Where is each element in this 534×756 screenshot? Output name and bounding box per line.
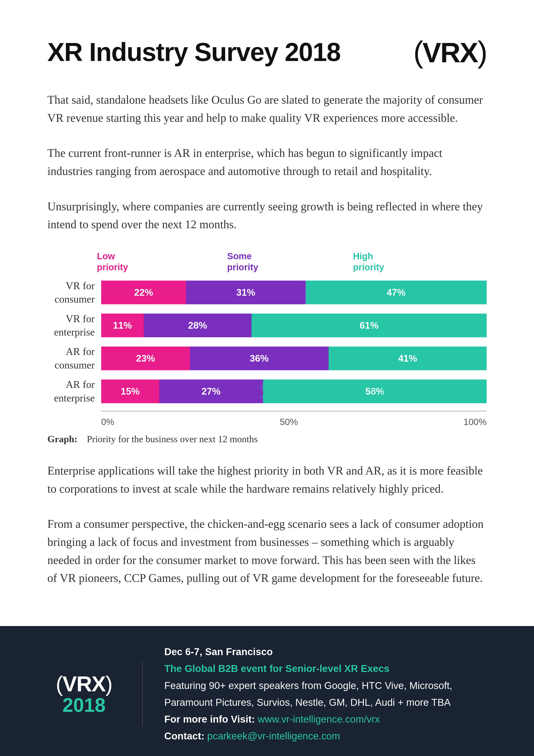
footer-speakers: Featuring 90+ expert speakers from Googl… (164, 677, 487, 711)
axis-line (101, 411, 487, 411)
chart-legend: Lowpriority Somepriority Highpriority (97, 251, 487, 273)
bar-label-ar-enterprise: AR forenterprise (47, 378, 95, 405)
footer-year: 2018 (63, 694, 106, 716)
bar-row-ar-enterprise: AR forenterprise 15% 27% 58% SUPERDATA (47, 378, 487, 405)
page: XR Industry Survey 2018 (VRX) That said,… (0, 0, 534, 756)
bar-low-ar-consumer: 23% (101, 346, 190, 370)
footer-contact-prefix: Contact: (164, 730, 207, 742)
bar-some-vr-enterprise: 28% (144, 313, 251, 337)
bar-high-ar-consumer: 41% (329, 346, 487, 370)
footer-vrx-logo: (VRX) (56, 671, 112, 696)
axis-labels: 0% 50% 100% (101, 414, 487, 427)
bar-high-ar-enterprise: 58% (263, 380, 487, 403)
bar-row-vr-consumer: VR forconsumer 22% 31% 47% (47, 279, 487, 306)
footer-visit-prefix: For more info Visit: (164, 714, 258, 725)
caption-prefix: Graph: (47, 434, 85, 445)
bar-some-vr-consumer: 31% (186, 281, 306, 304)
bar-high-vr-enterprise: 61% (251, 313, 487, 337)
header: XR Industry Survey 2018 (VRX) (47, 35, 487, 69)
caption-text: Priority for the business over next 12 m… (87, 434, 258, 445)
bar-ar-enterprise: 15% 27% 58% SUPERDATA (101, 380, 487, 403)
main-content: XR Industry Survey 2018 (VRX) That said,… (0, 0, 534, 626)
footer-date: Dec 6-7, San Francisco (164, 643, 487, 660)
footer-info: Dec 6-7, San Francisco The Global B2B ev… (164, 643, 487, 744)
bar-label-vr-consumer: VR forconsumer (47, 279, 95, 306)
axis-label-0: 0% (101, 414, 114, 427)
footer-divider (142, 662, 143, 726)
bar-some-ar-enterprise: 27% (159, 380, 263, 403)
legend-some: Somepriority (227, 251, 258, 273)
logo-container: (VRX) (413, 35, 487, 69)
footer-contact-email[interactable]: pcarkeek@vr-intelligence.com (207, 730, 340, 742)
page-title: XR Industry Survey 2018 (47, 37, 341, 67)
footer-visit-url[interactable]: www.vr-intelligence.com/vrx (258, 714, 380, 725)
bar-low-vr-enterprise: 11% (101, 313, 144, 337)
legend-low: Lowpriority (97, 251, 128, 273)
chart-caption: Graph: Priority for the business over ne… (47, 434, 487, 445)
paragraph-4: Enterprise applications will take the hi… (47, 462, 487, 498)
bar-row-ar-consumer: AR forconsumer 23% 36% 41% (47, 345, 487, 372)
bar-low-vr-consumer: 22% (101, 281, 186, 304)
header-logo: (VRX) (413, 35, 487, 69)
chart-section: Lowpriority Somepriority Highpriority VR… (47, 251, 487, 445)
axis-label-100: 100% (464, 414, 487, 427)
footer-tagline: The Global B2B event for Senior-level XR… (164, 660, 487, 677)
footer-logo: (VRX) 2018 (47, 671, 120, 716)
chart-bars: VR forconsumer 22% 31% 47% VR forenterpr… (47, 279, 487, 427)
bar-vr-consumer: 22% 31% 47% (101, 281, 487, 304)
footer-contact: Contact: pcarkeek@vr-intelligence.com (164, 728, 487, 744)
bar-some-ar-consumer: 36% (190, 346, 329, 370)
bar-row-vr-enterprise: VR forenterprise 11% 28% 61% (47, 312, 487, 339)
legend-high: Highpriority (353, 251, 384, 273)
footer-visit: For more info Visit: www.vr-intelligence… (164, 711, 487, 728)
bar-label-ar-consumer: AR forconsumer (47, 345, 95, 372)
footer: (VRX) 2018 Dec 6-7, San Francisco The Gl… (0, 626, 534, 756)
paragraph-1: That said, standalone headsets like Ocul… (47, 91, 487, 127)
bar-ar-consumer: 23% 36% 41% (101, 346, 487, 370)
axis-label-50: 50% (280, 414, 298, 427)
paragraph-5: From a consumer perspective, the chicken… (47, 515, 487, 587)
chart-axis: 0% 50% 100% (101, 411, 487, 427)
bar-label-vr-enterprise: VR forenterprise (47, 312, 95, 339)
bar-high-vr-consumer: 47% (306, 281, 487, 304)
paragraph-3: Unsurprisingly, where companies are curr… (47, 198, 487, 233)
bar-vr-enterprise: 11% 28% 61% (101, 313, 487, 337)
bar-low-ar-enterprise: 15% (101, 380, 159, 403)
paragraph-2: The current front-runner is AR in enterp… (47, 144, 487, 180)
